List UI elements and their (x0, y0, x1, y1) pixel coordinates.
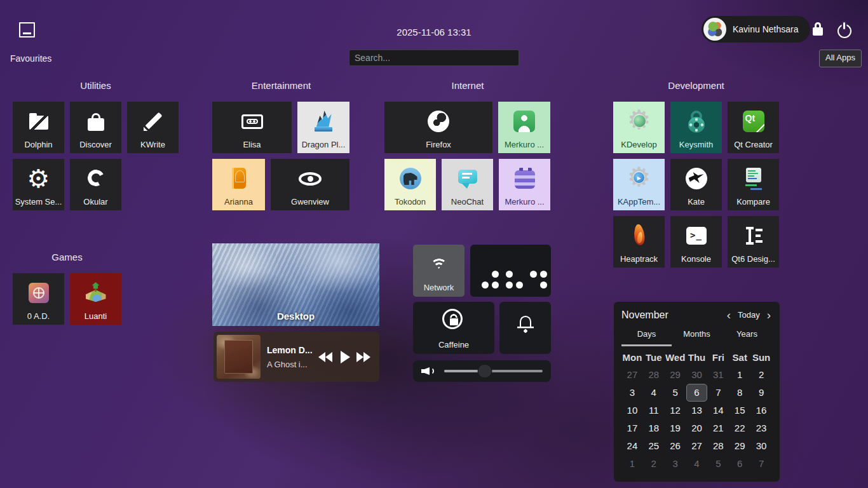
app-elisa[interactable]: Elisa (212, 102, 292, 153)
binary-clock-dot (540, 271, 547, 278)
play-icon[interactable] (339, 351, 351, 363)
app-kompare[interactable]: Kompare (728, 159, 779, 210)
app-okular[interactable]: Okular (70, 159, 121, 210)
calendar-day[interactable]: 22 (729, 419, 750, 437)
app-neochat[interactable]: NeoChat (442, 159, 493, 210)
speaker-icon[interactable] (421, 365, 435, 377)
app-tokodon[interactable]: Tokodon (384, 159, 436, 210)
app-dragon-player[interactable]: Dragon Pl... (297, 102, 349, 153)
user-name: Kavinu Nethsara (733, 24, 799, 34)
calendar-day[interactable]: 10 (621, 402, 643, 419)
chevron-right-icon[interactable]: › (766, 309, 772, 321)
calendar-day[interactable]: 1 (729, 366, 750, 384)
calendar-day[interactable]: 5 (665, 384, 686, 402)
app-kdevelop[interactable]: KDevelop (613, 102, 665, 153)
app-label: Tokodon (395, 197, 426, 207)
calendar-day[interactable]: 2 (750, 366, 772, 384)
network-widget[interactable]: Network (413, 245, 465, 297)
app-label: Dolphin (24, 140, 52, 149)
calendar-day[interactable]: 23 (750, 419, 772, 437)
calendar-day[interactable]: 15 (729, 402, 750, 419)
app-luanti[interactable]: Luanti (70, 273, 121, 325)
volume-slider[interactable] (444, 370, 543, 372)
calendar-day[interactable]: 7 (750, 455, 772, 473)
app-keysmith[interactable]: Keysmith (670, 102, 722, 153)
calendar-day[interactable]: 18 (643, 419, 665, 437)
app-kwrite[interactable]: KWrite (127, 102, 179, 153)
search-input[interactable] (349, 50, 519, 66)
calendar-day[interactable]: 27 (686, 437, 708, 455)
next-track-icon[interactable] (356, 351, 372, 363)
calendar-day[interactable]: 30 (686, 366, 708, 384)
calendar-day[interactable]: 29 (665, 366, 686, 384)
app-merkuro-calendar[interactable]: Merkuro ... (499, 159, 550, 210)
calendar-day[interactable]: 6 (729, 455, 750, 473)
all-apps-button[interactable]: All Apps (819, 50, 862, 67)
app-system-settings[interactable]: System Se... (13, 159, 64, 210)
calendar-tab[interactable]: Months (672, 329, 722, 346)
calendar-day[interactable]: 4 (686, 455, 708, 473)
binary-clock-widget[interactable] (470, 245, 551, 297)
calendar-day[interactable]: 14 (707, 402, 729, 419)
media-player-widget[interactable]: Lemon D... A Ghost i... (214, 332, 379, 382)
power-icon[interactable] (837, 22, 852, 37)
zeroad-icon (25, 279, 53, 307)
app-qt-creator[interactable]: Qt Creator (728, 102, 779, 153)
calendar-day[interactable]: 9 (750, 384, 772, 402)
calendar-day[interactable]: 30 (750, 437, 772, 455)
binary-clock-column (540, 271, 547, 288)
calendar-day[interactable]: 28 (643, 366, 665, 384)
app-konsole[interactable]: Konsole (670, 216, 722, 268)
calendar-day[interactable]: 13 (686, 402, 708, 419)
previous-track-icon[interactable] (318, 351, 334, 363)
app-0ad[interactable]: 0 A.D. (13, 273, 64, 325)
lock-icon[interactable] (813, 22, 823, 36)
calendar-day[interactable]: 20 (686, 419, 708, 437)
calendar-tab[interactable]: Days (621, 329, 672, 346)
calendar-day[interactable]: 3 (621, 384, 643, 402)
calendar-day[interactable]: 4 (643, 384, 665, 402)
calendar-day[interactable]: 12 (665, 402, 686, 419)
app-arianna[interactable]: Arianna (212, 159, 265, 210)
calendar-day[interactable]: 26 (665, 437, 686, 455)
calendar-day[interactable]: 31 (707, 366, 729, 384)
kwrite-icon (139, 107, 167, 135)
app-heaptrack[interactable]: Heaptrack (613, 216, 665, 268)
app-firefox[interactable]: Firefox (384, 102, 492, 153)
app-gwenview[interactable]: Gwenview (271, 159, 349, 210)
calendar-day[interactable]: 24 (621, 437, 643, 455)
app-merkuro-contacts[interactable]: Merkuro ... (498, 102, 550, 153)
volume-slider-handle[interactable] (477, 364, 492, 379)
calendar-day[interactable]: 8 (729, 384, 750, 402)
calendar-day[interactable]: 25 (643, 437, 665, 455)
app-qt6-designer[interactable]: Qt6 Desig... (728, 216, 779, 268)
desktop-preview[interactable]: Desktop (212, 243, 379, 326)
chevron-left-icon[interactable]: ‹ (726, 309, 732, 321)
calendar-day[interactable]: 28 (707, 437, 729, 455)
app-kapptemplate[interactable]: KAppTem... (613, 159, 665, 210)
calendar-day[interactable]: 5 (707, 455, 729, 473)
calendar-day[interactable]: 1 (621, 455, 643, 473)
calendar-day[interactable]: 19 (665, 419, 686, 437)
calendar-day[interactable]: 2 (643, 455, 665, 473)
calendar-day[interactable]: 17 (621, 419, 643, 437)
calendar-day[interactable]: 3 (665, 455, 686, 473)
calendar-day[interactable]: 21 (707, 419, 729, 437)
calendar-day[interactable]: 6 (686, 384, 708, 402)
arianna-icon (225, 165, 253, 193)
calendar-tab[interactable]: Years (722, 329, 772, 346)
app-label: 0 A.D. (27, 311, 50, 321)
caffeine-widget[interactable]: Caffeine (413, 302, 494, 354)
app-discover[interactable]: Discover (70, 102, 121, 153)
calendar-day[interactable]: 29 (729, 437, 750, 455)
calendar-day[interactable]: 16 (750, 402, 772, 419)
app-dolphin[interactable]: Dolphin (13, 102, 64, 153)
today-button[interactable]: Today (738, 310, 760, 320)
calendar-day[interactable]: 11 (643, 402, 665, 419)
notifications-widget[interactable] (499, 302, 551, 354)
calendar-day[interactable]: 7 (707, 384, 729, 402)
binary-clock-column (506, 271, 513, 288)
calendar-day[interactable]: 27 (621, 366, 643, 384)
app-kate[interactable]: Kate (670, 159, 722, 210)
user-button[interactable]: Kavinu Nethsara (702, 16, 810, 43)
